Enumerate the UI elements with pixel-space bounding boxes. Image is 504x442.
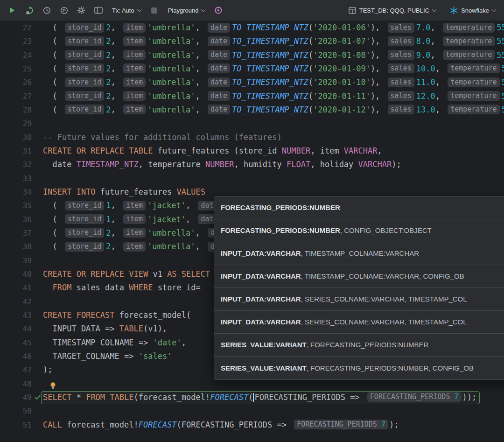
gutter[interactable]: 42 (0, 295, 43, 309)
gutter[interactable]: 50 (0, 404, 43, 418)
code-line-23[interactable]: 23 ( store_id2, item'umbrella', dateTO_T… (0, 35, 504, 48)
code-line-24[interactable]: 24 ( store_id2, item'umbrella', dateTO_T… (0, 49, 504, 62)
code-text[interactable]: ( store_id2, item'umbrella', dateTO_TIME… (43, 76, 504, 89)
line-number: 43 (0, 309, 34, 322)
gutter[interactable]: 37 (0, 226, 43, 240)
gutter[interactable]: 30 (0, 131, 43, 144)
run-attach-console-button[interactable] (24, 5, 35, 16)
gutter[interactable]: 38 (0, 240, 43, 253)
parameter-info-popup: FORECASTING_PERIODS:NUMBERFORECASTING_PE… (214, 196, 504, 380)
code-line-29[interactable]: 29 (0, 117, 504, 130)
code-token: TO_TIMESTAMP_NTZ (232, 64, 308, 73)
gutter[interactable]: 39 (0, 254, 43, 267)
code-line-49[interactable]: 49SELECT * FROM TABLE(forecast_model!FOR… (0, 391, 504, 404)
gutter[interactable]: 48 (0, 377, 43, 391)
gutter[interactable]: 25 (0, 62, 43, 76)
gutter[interactable]: 27 (0, 90, 43, 103)
gutter[interactable]: 33 (0, 172, 43, 185)
tx-mode-dropdown[interactable]: Tx: Auto (110, 6, 143, 15)
gutter[interactable]: 49 (0, 391, 43, 404)
code-line-33[interactable]: 33 (0, 172, 504, 185)
code-text[interactable]: ( store_id2, item'umbrella', dateTO_TIME… (43, 103, 504, 117)
parameter-hint-chip: temperature (448, 91, 499, 101)
code-text[interactable] (43, 117, 504, 130)
gutter[interactable]: 51 (0, 418, 43, 432)
code-line-22[interactable]: 22 ( store_id2, item'umbrella', dateTO_T… (0, 21, 504, 35)
gutter[interactable]: 45 (0, 336, 43, 350)
code-text[interactable]: CALL forecast_model!FORECAST(FORECASTING… (43, 418, 504, 432)
gutter[interactable]: 31 (0, 144, 43, 158)
code-text[interactable]: ( store_id2, item'umbrella', dateTO_TIME… (43, 21, 504, 35)
gutter[interactable]: 32 (0, 158, 43, 171)
run-button[interactable] (7, 5, 18, 16)
code-token: ), (371, 50, 385, 60)
code-text[interactable]: ( store_id2, item'umbrella', dateTO_TIME… (43, 90, 504, 103)
signature-overload-row[interactable]: INPUT_DATA:VARCHAR, SERIES_COLNAME:VARCH… (214, 311, 504, 334)
parameter-hint-chip: temperature (443, 23, 495, 33)
code-token: 2 (106, 105, 111, 114)
signature-overload-row[interactable]: SERIES_VALUE:VARIANT, FORECASTING_PERIOD… (214, 357, 504, 379)
gutter[interactable]: 22 (0, 21, 43, 35)
gutter[interactable]: 36 (0, 213, 43, 226)
signature-overload-row[interactable]: SERIES_VALUE:VARIANT, FORECASTING_PERIOD… (214, 334, 504, 357)
signature-rest-part: , CONFIG_OBJECT:OBJECT (340, 224, 432, 237)
gutter[interactable]: 43 (0, 309, 43, 322)
gutter[interactable]: 23 (0, 35, 43, 48)
playground-dropdown[interactable]: Playground (166, 6, 207, 15)
stop-button[interactable] (149, 5, 160, 16)
code-line-27[interactable]: 27 ( store_id2, item'umbrella', dateTO_T… (0, 90, 504, 103)
engine-dropdown[interactable]: Snowflake (448, 5, 497, 16)
signature-matched-part: FORECASTING_PERIODS:NUMBER (221, 201, 340, 214)
code-text[interactable]: date TIMESTAMP_NTZ, temperature NUMBER, … (43, 158, 504, 171)
code-token: '2020-01-10' (313, 77, 371, 87)
parameter-hint-chip: 7 (454, 392, 461, 402)
code-token: ); (43, 365, 52, 374)
signature-overload-row[interactable]: FORECASTING_PERIODS:NUMBER, CONFIG_OBJEC… (214, 219, 504, 242)
signature-overload-row[interactable]: INPUT_DATA:VARCHAR, TIMESTAMP_COLNAME:VA… (214, 242, 504, 265)
code-token: , (195, 228, 204, 238)
code-text[interactable]: CREATE OR REPLACE TABLE future_features … (43, 144, 504, 158)
gutter[interactable]: 35 (0, 199, 43, 212)
code-token: , (186, 215, 195, 224)
signature-overload-row[interactable]: INPUT_DATA:VARCHAR, SERIES_COLNAME:VARCH… (214, 288, 504, 311)
settings-button[interactable] (76, 5, 87, 16)
sql-editor[interactable]: 22 ( store_id2, item'umbrella', dateTO_T… (0, 21, 504, 442)
code-line-26[interactable]: 26 ( store_id2, item'umbrella', dateTO_T… (0, 76, 504, 89)
gutter[interactable]: 44 (0, 322, 43, 336)
gutter[interactable]: 34 (0, 185, 43, 199)
layout-panels-button[interactable] (93, 5, 104, 16)
code-token: , (111, 77, 120, 87)
code-text[interactable] (43, 172, 504, 185)
code-line-28[interactable]: 28 ( store_id2, item'umbrella', dateTO_T… (0, 103, 504, 117)
code-text[interactable]: ( store_id2, item'umbrella', dateTO_TIME… (43, 49, 504, 62)
gutter[interactable]: 28 (0, 103, 43, 117)
gutter[interactable]: 40 (0, 267, 43, 281)
parameter-hint-chip: sales (388, 50, 414, 60)
code-text[interactable]: ( store_id2, item'umbrella', dateTO_TIME… (43, 62, 504, 76)
code-line-50[interactable]: 50 (0, 404, 504, 418)
code-text[interactable]: SELECT * FROM TABLE(forecast_model!FOREC… (43, 391, 504, 404)
gutter[interactable]: 29 (0, 117, 43, 130)
code-line-30[interactable]: 30-- Future values for additional column… (0, 131, 504, 144)
code-text[interactable] (43, 404, 504, 418)
gutter-icon-slot (34, 117, 43, 130)
history-button[interactable] (41, 5, 52, 16)
signature-overload-row[interactable]: FORECASTING_PERIODS:NUMBER (214, 196, 504, 219)
gutter[interactable]: 47 (0, 363, 43, 377)
gutter[interactable]: 26 (0, 76, 43, 89)
gutter[interactable]: 24 (0, 49, 43, 62)
signature-overload-row[interactable]: INPUT_DATA:VARCHAR, TIMESTAMP_COLNAME:VA… (214, 265, 504, 288)
code-text[interactable]: -- Future values for additional columns … (43, 131, 504, 144)
code-token: 2 (106, 50, 111, 60)
code-line-31[interactable]: 31CREATE OR REPLACE TABLE future_feature… (0, 144, 504, 158)
gutter[interactable]: 46 (0, 350, 43, 363)
clock-icon (43, 7, 51, 14)
code-line-51[interactable]: 51CALL forecast_model!FORECAST(FORECASTI… (0, 418, 504, 432)
profiler-button[interactable]: P (58, 5, 70, 16)
code-line-32[interactable]: 32 date TIMESTAMP_NTZ, temperature NUMBE… (0, 158, 504, 171)
database-context-dropdown[interactable]: TEST_DB: QQQ, PUBLIC (347, 6, 438, 15)
code-text[interactable]: ( store_id2, item'umbrella', dateTO_TIME… (43, 35, 504, 48)
code-line-25[interactable]: 25 ( store_id2, item'umbrella', dateTO_T… (0, 62, 504, 76)
gutter[interactable]: 41 (0, 281, 43, 295)
session-swirl-button[interactable] (213, 5, 224, 16)
